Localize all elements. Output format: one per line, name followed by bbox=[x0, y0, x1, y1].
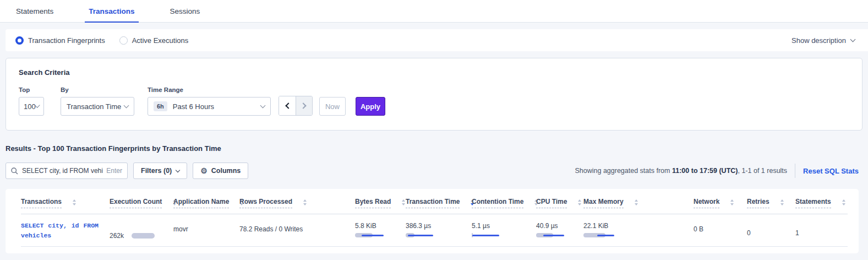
top-select-value: 100 bbox=[24, 102, 36, 111]
column-header-transaction-time[interactable]: Transaction Time bbox=[406, 189, 472, 214]
chevron-down-icon bbox=[176, 167, 180, 172]
apply-button[interactable]: Apply bbox=[356, 97, 385, 116]
column-header-network[interactable]: Network bbox=[694, 189, 747, 214]
radio-icon[interactable] bbox=[119, 36, 128, 45]
view-toggle-row: Transaction Fingerprints Active Executio… bbox=[6, 29, 868, 51]
column-header-execution-count[interactable]: Execution Count bbox=[110, 189, 173, 214]
by-select[interactable]: Transaction Time bbox=[61, 97, 134, 116]
cell-statements: 1 bbox=[795, 214, 848, 246]
cell-retries: 0 bbox=[747, 214, 795, 246]
by-label: By bbox=[61, 86, 134, 93]
top-select[interactable]: 100 bbox=[19, 97, 44, 116]
time-range-label: Time Range bbox=[148, 86, 271, 93]
tab-statements[interactable]: Statements bbox=[12, 0, 57, 22]
time-range-next-button[interactable] bbox=[296, 96, 312, 115]
gear-icon: ⚙ bbox=[200, 167, 208, 175]
column-header-bytes-read[interactable]: Bytes Read bbox=[355, 189, 406, 214]
statement-search-box[interactable]: Enter bbox=[6, 162, 128, 179]
filters-button[interactable]: Filters (0) bbox=[133, 162, 187, 179]
execution-count-bar bbox=[132, 233, 155, 239]
view-radio-group: Transaction Fingerprints Active Executio… bbox=[15, 36, 203, 45]
tab-transactions[interactable]: Transactions bbox=[85, 0, 138, 22]
cpu-time-bar bbox=[536, 232, 570, 238]
tab-bar: Statements Transactions Sessions bbox=[0, 0, 868, 23]
stats-range: 11:00 to 17:59 (UTC) bbox=[672, 167, 738, 175]
now-button[interactable]: Now bbox=[319, 97, 346, 116]
show-description-toggle[interactable]: Show description bbox=[791, 36, 855, 45]
column-header-transactions[interactable]: Transactions bbox=[21, 189, 110, 214]
sort-icon[interactable] bbox=[730, 199, 734, 205]
search-criteria-title: Search Criteria bbox=[14, 68, 854, 77]
transactions-page: Statements Transactions Sessions Transac… bbox=[0, 0, 868, 260]
by-select-value: Transaction Time bbox=[67, 102, 121, 111]
cell-transaction-time: 386.3 µs bbox=[406, 214, 472, 246]
show-description-label: Show description bbox=[791, 36, 846, 45]
search-icon bbox=[11, 167, 18, 175]
cell-cpu-time: 40.9 µs bbox=[536, 214, 583, 246]
top-group: Top 100 bbox=[19, 86, 44, 116]
transactions-table-card: Transactions Execution Count Application… bbox=[6, 189, 859, 253]
radio-label: Active Executions bbox=[132, 36, 189, 45]
cell-network: 0 B bbox=[694, 214, 747, 246]
column-header-retries[interactable]: Retries bbox=[747, 189, 795, 214]
time-range-badge: 6h bbox=[154, 101, 167, 111]
tab-sessions[interactable]: Sessions bbox=[166, 0, 204, 22]
results-title: Results - Top 100 Transaction Fingerprin… bbox=[6, 144, 868, 153]
cell-transaction: SELECT city, id FROM vehicles bbox=[21, 214, 110, 246]
column-header-max-memory[interactable]: Max Memory bbox=[583, 189, 694, 214]
cell-rows-processed: 78.2 Reads / 0 Writes bbox=[239, 214, 355, 246]
reset-sql-stats-link[interactable]: Reset SQL Stats bbox=[803, 167, 859, 175]
column-header-cpu-time[interactable]: CPU Time bbox=[536, 189, 583, 214]
sort-icon[interactable] bbox=[780, 199, 784, 205]
cell-contention-time: 5.1 µs bbox=[472, 214, 536, 246]
vertical-divider bbox=[795, 164, 795, 178]
time-range-group: Time Range 6h Past 6 Hours bbox=[148, 86, 271, 116]
time-range-pager bbox=[279, 96, 313, 116]
top-label: Top bbox=[19, 86, 44, 93]
sort-icon[interactable] bbox=[303, 199, 307, 205]
search-criteria-card: Search Criteria Top 100 By Transaction T… bbox=[6, 58, 862, 131]
sort-icon[interactable] bbox=[578, 199, 581, 205]
column-header-rows-processed[interactable]: Rows Processed bbox=[239, 189, 355, 214]
table-header-row: Transactions Execution Count Application… bbox=[21, 189, 848, 214]
cell-execution-count: 262k bbox=[110, 214, 173, 246]
contention-time-bar bbox=[472, 232, 506, 238]
column-header-statements[interactable]: Statements bbox=[795, 189, 851, 214]
max-memory-bar bbox=[583, 232, 618, 238]
column-header-application-name[interactable]: Application Name bbox=[173, 189, 239, 214]
table-row: SELECT city, id FROM vehicles 262k movr … bbox=[21, 214, 848, 247]
cell-bytes-read: 5.8 KiB bbox=[355, 214, 406, 246]
transaction-time-bar bbox=[406, 232, 440, 238]
filters-label: Filters (0) bbox=[141, 167, 172, 175]
radio-icon[interactable] bbox=[15, 36, 24, 45]
chevron-down-icon bbox=[850, 37, 856, 42]
search-input[interactable] bbox=[22, 167, 103, 175]
bytes-read-bar bbox=[355, 232, 389, 238]
sort-icon[interactable] bbox=[842, 199, 845, 205]
transaction-fingerprint-link[interactable]: SELECT city, id FROM vehicles bbox=[21, 222, 99, 239]
sort-icon[interactable] bbox=[402, 199, 405, 205]
aggregated-stats-text: Showing aggregated stats from 11:00 to 1… bbox=[575, 167, 787, 175]
sort-icon[interactable] bbox=[73, 199, 76, 205]
cell-max-memory: 22.1 KiB bbox=[583, 214, 694, 246]
time-range-value: Past 6 Hours bbox=[173, 102, 214, 111]
time-range-select[interactable]: 6h Past 6 Hours bbox=[148, 97, 271, 116]
radio-label: Transaction Fingerprints bbox=[28, 36, 105, 45]
chevron-left-icon bbox=[285, 102, 291, 109]
cell-application-name: movr bbox=[173, 214, 239, 246]
sort-icon[interactable] bbox=[635, 199, 638, 205]
column-header-contention-time[interactable]: Contention Time bbox=[472, 189, 536, 214]
time-range-prev-button[interactable] bbox=[279, 96, 296, 115]
chevron-right-icon bbox=[300, 102, 306, 109]
columns-label: Columns bbox=[211, 167, 241, 175]
columns-button[interactable]: ⚙ Columns bbox=[193, 162, 248, 179]
chevron-down-icon bbox=[124, 103, 129, 109]
chevron-down-icon bbox=[260, 103, 266, 109]
search-criteria-controls: Top 100 By Transaction Time Time Range 6… bbox=[14, 86, 854, 116]
radio-active-executions[interactable]: Active Executions bbox=[119, 36, 189, 45]
results-toolbar: Enter Filters (0) ⚙ Columns Showing aggr… bbox=[6, 162, 862, 179]
radio-transaction-fingerprints[interactable]: Transaction Fingerprints bbox=[15, 36, 105, 45]
by-group: By Transaction Time bbox=[61, 86, 134, 116]
enter-hint: Enter bbox=[106, 167, 122, 175]
